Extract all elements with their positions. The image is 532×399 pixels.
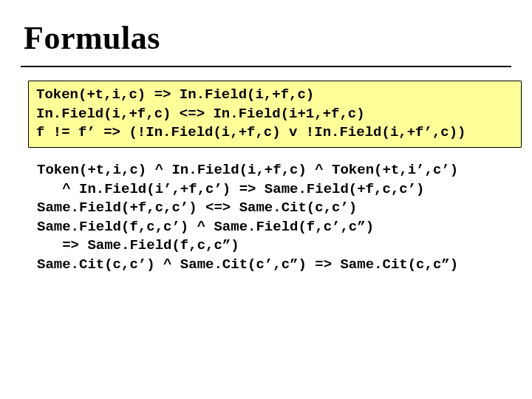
slide-title: Formulas — [24, 19, 511, 57]
formula-line: In.Field(i,+f,c) <=> In.Field(i+1,+f,c) — [36, 106, 365, 122]
formula-block-1: Token(+t,i,c) => In.Field(i,+f,c) In.Fie… — [28, 81, 522, 148]
formula-line: Token(+t,i,c) ^ In.Field(i,+f,c) ^ Token… — [37, 162, 458, 178]
formula-line: => Same.Field(f,c,c”) — [37, 237, 239, 253]
formula-line: Same.Field(f,c,c’) ^ Same.Field(f,c’,c”) — [37, 219, 374, 235]
title-underline — [21, 66, 511, 67]
formula-line: Same.Field(+f,c,c’) <=> Same.Cit(c,c’) — [37, 200, 357, 216]
formula-line: Same.Cit(c,c’) ^ Same.Cit(c’,c”) => Same… — [37, 256, 458, 273]
formula-line: ^ In.Field(i’,+f,c’) => Same.Field(+f,c,… — [37, 181, 425, 197]
slide: Formulas Token(+t,i,c) => In.Field(i,+f,… — [0, 0, 532, 399]
formula-line: Token(+t,i,c) => In.Field(i,+f,c) — [36, 86, 314, 103]
formula-line: f != f’ => (!In.Field(i,+f,c) v !In.Fiel… — [36, 124, 466, 140]
formula-block-2: Token(+t,i,c) ^ In.Field(i,+f,c) ^ Token… — [21, 161, 511, 275]
